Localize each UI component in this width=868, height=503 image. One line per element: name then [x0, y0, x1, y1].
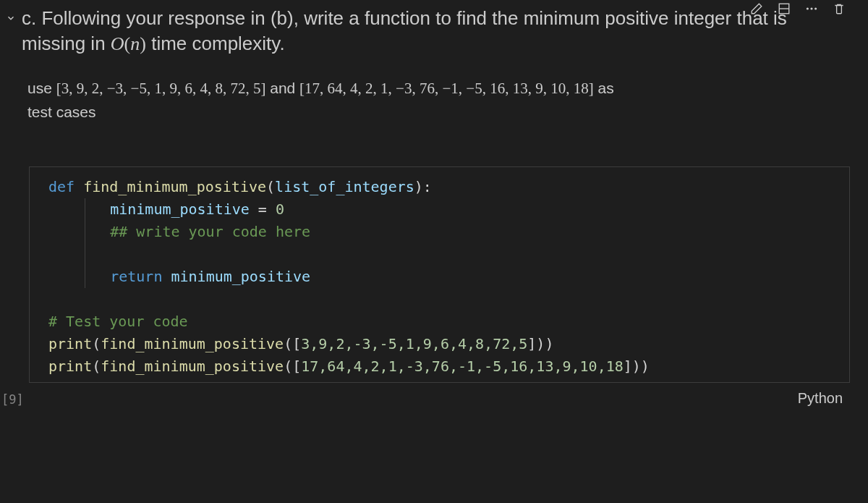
code-cell-wrapper: def find_minimum_positive(list_of_intege… — [0, 166, 868, 407]
language-label[interactable]: Python — [798, 390, 868, 407]
test-prefix: use — [27, 80, 56, 96]
markdown-cell[interactable]: c. Following your response in (b), write… — [0, 0, 868, 123]
edit-icon[interactable] — [749, 1, 764, 16]
split-icon[interactable] — [777, 1, 791, 16]
code-cell[interactable]: def find_minimum_positive(list_of_intege… — [29, 166, 850, 383]
svg-point-3 — [810, 7, 812, 9]
test-suffix-as: as — [594, 80, 614, 96]
svg-point-4 — [814, 7, 817, 9]
cell-toolbar — [749, 0, 846, 17]
code-editor[interactable]: def find_minimum_positive(list_of_intege… — [30, 167, 849, 378]
cell-footer: [9] Python — [0, 386, 868, 407]
question-suffix: time complexity. — [146, 33, 285, 54]
test-list-1: [3, 9, 2, −3, −5, 1, 9, 6, 4, 8, 72, 5] — [56, 80, 266, 97]
test-mid: and — [265, 80, 299, 96]
svg-point-2 — [807, 7, 809, 9]
test-list-2: [17, 64, 4, 2, 1, −3, 76, −1, −5, 16, 13… — [299, 80, 594, 97]
big-o: O(n)O(n) — [111, 33, 146, 54]
test-line-2: test cases — [27, 103, 96, 120]
execution-count: [9] — [1, 392, 24, 407]
more-icon[interactable] — [804, 1, 819, 16]
test-cases-text: use [3, 9, 2, −3, −5, 1, 9, 6, 4, 8, 72,… — [27, 77, 854, 123]
chevron-down-icon[interactable] — [6, 13, 16, 23]
question-text: c. Following your response in (b), write… — [22, 6, 854, 56]
delete-icon[interactable] — [832, 1, 846, 16]
